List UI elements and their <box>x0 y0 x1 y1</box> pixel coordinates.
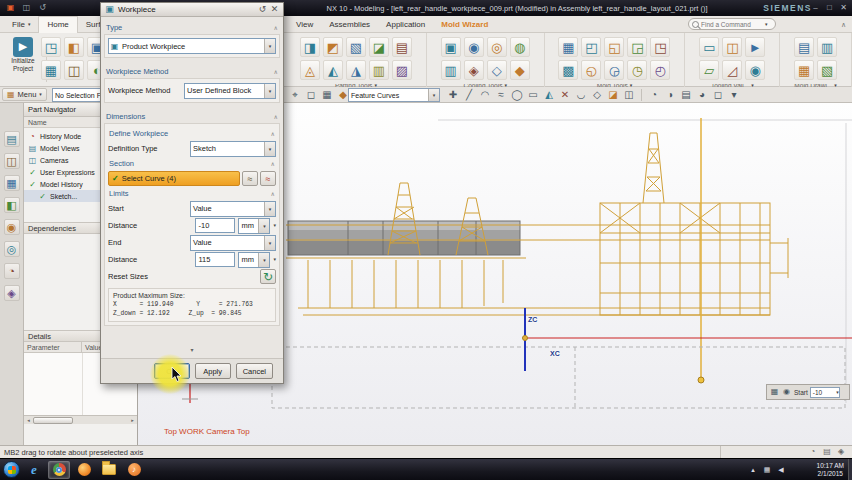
modify-insert-icon[interactable]: ◴ <box>650 60 670 80</box>
end-unit-combo[interactable]: mm ▾ <box>238 252 270 268</box>
cooling-standard-part-icon[interactable]: ▣ <box>441 37 461 57</box>
ejector-pin-icon[interactable]: ◲ <box>627 37 647 57</box>
chevron-down-icon[interactable]: ▾ <box>264 39 275 53</box>
nx-logo-icon[interactable]: ▣ <box>5 3 16 14</box>
pocket-icon[interactable]: ◫ <box>64 60 84 80</box>
render-style-icon[interactable]: ◕ <box>695 88 709 102</box>
show-hidden-icon[interactable]: ▴ <box>748 465 758 475</box>
start-limit-combo[interactable]: -10 ▾ <box>810 387 840 398</box>
parameter-column-header[interactable]: Parameter <box>24 342 82 352</box>
interference-check-icon[interactable]: ◫ <box>722 37 742 57</box>
taskbar-clock[interactable]: 10:17 AM 2/1/2015 <box>817 462 844 478</box>
check-info-icon[interactable]: ◉ <box>745 60 765 80</box>
assembly-navigator-icon[interactable]: ▤ <box>4 131 20 147</box>
baffle-icon[interactable]: ◍ <box>510 37 530 57</box>
bridge-curve-icon[interactable]: ◇ <box>590 88 604 102</box>
slider-lifter-icon[interactable]: ◰ <box>581 37 601 57</box>
reset-sizes-button[interactable]: ↻ <box>260 269 276 284</box>
maximize-icon[interactable]: □ <box>823 2 836 14</box>
studio-spline-icon[interactable]: ≈ <box>494 88 508 102</box>
split-solid-icon[interactable]: ▨ <box>392 60 412 80</box>
chevron-down-icon[interactable]: ▾ <box>258 253 269 267</box>
ribbon-collapse-icon[interactable]: ∧ <box>841 21 846 29</box>
mold-csys-icon[interactable]: ◳ <box>41 37 61 57</box>
reset-dialog-icon[interactable]: ↺ <box>257 4 268 15</box>
chevron-down-icon[interactable]: ▾ <box>264 84 275 98</box>
cancel-button[interactable]: Cancel <box>236 363 273 379</box>
constraint-navigator-icon[interactable]: ◫ <box>4 153 20 169</box>
undo-icon[interactable]: ↺ <box>37 3 48 14</box>
media-player-icon[interactable]: ♪ <box>123 461 145 479</box>
feature-curves-combo[interactable]: Feature Curves ▾ <box>348 88 440 102</box>
internet-explorer-icon[interactable]: e <box>23 461 45 479</box>
start-button[interactable] <box>3 461 20 478</box>
chevron-down-icon[interactable]: ▾ <box>258 219 269 233</box>
command-finder[interactable]: ▾ <box>688 18 776 30</box>
intersection-curve-icon[interactable]: ✕ <box>558 88 572 102</box>
limits-header[interactable]: Limits ∧ <box>108 187 276 200</box>
shrinkage-icon[interactable]: ◧ <box>64 37 84 57</box>
workpiece-method-combo[interactable]: User Defined Block ▾ <box>184 83 276 99</box>
enlarge-surface-icon[interactable]: ◮ <box>346 60 366 80</box>
type-group-header[interactable]: Type ∧ <box>104 20 280 34</box>
extend-solid-icon[interactable]: ◷ <box>627 60 647 80</box>
horizontal-scrollbar[interactable]: ◂ ▸ <box>24 415 137 424</box>
start-type-combo[interactable]: Value ▾ <box>190 201 276 217</box>
orient-view-icon[interactable]: ◑ <box>663 88 677 102</box>
tab-application[interactable]: Application <box>378 16 433 33</box>
chevron-down-icon[interactable]: ▾ <box>264 142 275 156</box>
curve-select-button[interactable]: ≈≈≈ <box>242 171 258 186</box>
dimensions-group-header[interactable]: Dimensions ∧ <box>104 109 280 123</box>
replace-solid-icon[interactable]: ◶ <box>604 60 624 80</box>
layer-settings-icon[interactable]: ▤ <box>679 88 693 102</box>
snap-point-icon[interactable]: ⌖ <box>288 88 302 102</box>
method-group-header[interactable]: Workpiece Method ∧ <box>104 64 280 78</box>
tips-icon[interactable]: ◈ <box>836 447 846 457</box>
check-regions-icon[interactable]: ◨ <box>300 37 320 57</box>
section-header[interactable]: Section ∧ <box>108 157 276 170</box>
tab-home[interactable]: Home <box>38 16 77 33</box>
draft-check-icon[interactable]: ◿ <box>722 60 742 80</box>
line-icon[interactable]: ╱ <box>462 88 476 102</box>
apply-button[interactable]: Apply <box>195 363 231 379</box>
initialize-project-button[interactable]: ▶ Initialize Project <box>2 36 44 73</box>
tab-view[interactable]: View <box>288 16 321 33</box>
chevron-down-icon[interactable]: ▾ <box>428 89 439 101</box>
reuse-library-icon[interactable]: ◧ <box>4 197 20 213</box>
cooling-circuit-icon[interactable]: ◉ <box>464 37 484 57</box>
dialog-title-bar[interactable]: ▣ Workpiece ↺✕ <box>101 3 283 17</box>
touch-check-icon[interactable]: ▭ <box>699 37 719 57</box>
volume-icon[interactable]: ◀ <box>776 465 786 475</box>
alert-icon[interactable]: ◔ <box>808 447 818 457</box>
process-studio-icon[interactable]: ◈ <box>4 285 20 301</box>
tab-assemblies[interactable]: Assemblies <box>321 16 378 33</box>
start-distance-input[interactable] <box>195 218 235 233</box>
select-curve-button[interactable]: ✓ Select Curve (4) <box>108 171 240 186</box>
show-desktop-button[interactable] <box>848 459 852 480</box>
menu-button[interactable]: ▦ Menu ▾ <box>2 88 47 101</box>
file-explorer-icon[interactable] <box>98 461 120 479</box>
minimize-icon[interactable]: – <box>809 2 822 14</box>
history-palette-icon[interactable]: ◔ <box>4 263 20 279</box>
scrollbar-thumb[interactable] <box>33 417 73 424</box>
hole-table-icon[interactable]: ▦ <box>794 60 814 80</box>
more-tools-icon[interactable]: ▾ <box>727 88 741 102</box>
thickness-check-icon[interactable]: ▱ <box>699 60 719 80</box>
edit-parting-icon[interactable]: ◪ <box>369 37 389 57</box>
dialog-collapse-icon[interactable]: ▾ <box>101 346 283 356</box>
workpiece-type-combo[interactable]: ▣ Product Workpiece ▾ <box>108 38 276 54</box>
offset-curve-icon[interactable]: ◡ <box>574 88 588 102</box>
grid-icon[interactable]: ▦ <box>320 88 334 102</box>
snapshot-icon[interactable]: ◉ <box>781 387 792 398</box>
cavity-layout-icon[interactable]: ▦ <box>41 60 61 80</box>
start-unit-combo[interactable]: mm ▾ <box>238 218 270 234</box>
trim-mold-components-icon[interactable]: ◳ <box>650 37 670 57</box>
component-drawing-icon[interactable]: ▥ <box>817 37 837 57</box>
datum-plane-icon[interactable]: ◻ <box>304 88 318 102</box>
tab-mold-wizard[interactable]: Mold Wizard <box>433 16 496 33</box>
web-browser-icon[interactable]: ◎ <box>4 241 20 257</box>
chevron-down-icon[interactable]: ▾ <box>264 202 275 216</box>
show-hide-icon[interactable]: ◔ <box>647 88 661 102</box>
selection-scope-icon[interactable]: ▤ <box>822 447 832 457</box>
fit-view-icon[interactable]: ▦ <box>769 387 780 398</box>
